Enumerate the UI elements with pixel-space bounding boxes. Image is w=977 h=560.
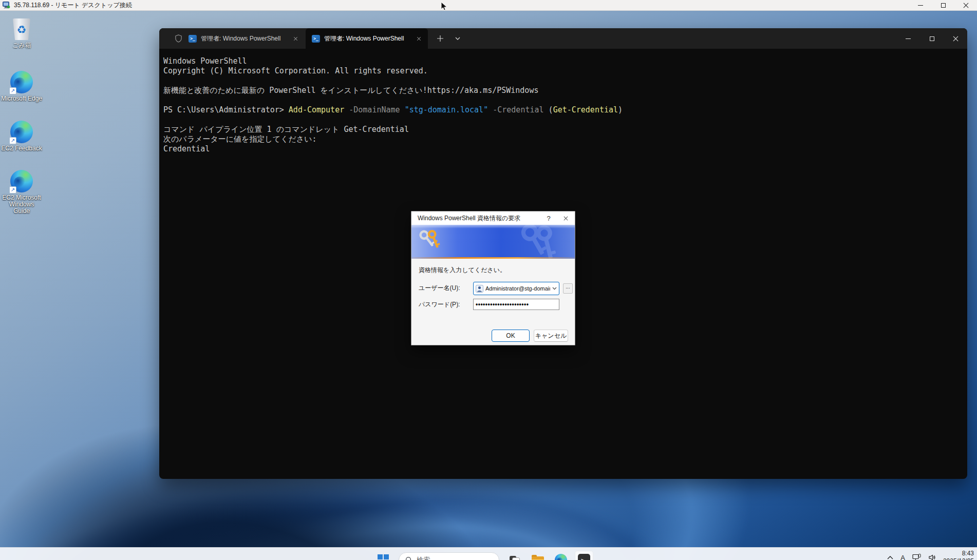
terminal-param-prompt-line: 次のパラメーターに値を指定してください: xyxy=(163,134,967,144)
ime-indicator[interactable]: A xyxy=(900,554,905,560)
terminal-line: Copyright (C) Microsoft Corporation. All… xyxy=(163,66,967,76)
rdp-window-title: 35.78.118.69 - リモート デスクトップ接続 xyxy=(14,1,132,10)
search-placeholder: 検索 xyxy=(417,555,430,560)
task-view-button[interactable] xyxy=(505,551,524,560)
keys-watermark-icon xyxy=(513,225,568,259)
edge-taskbar-button[interactable] xyxy=(552,551,570,560)
cancel-button[interactable]: キャンセル xyxy=(534,330,568,342)
terminal-param-name-line: Credential xyxy=(163,144,967,154)
desktop-icon-ec2-windows-guide[interactable]: EC2 Microsoft Windows Guide xyxy=(0,170,43,215)
edge-icon xyxy=(10,121,33,143)
terminal-command-line: PS C:\Users\Administrator> Add-Computer … xyxy=(163,105,967,115)
terminal-maximize-button[interactable] xyxy=(920,28,944,49)
admin-shield-icon xyxy=(175,34,182,43)
tab-close-icon[interactable] xyxy=(415,34,423,43)
taskbar: 検索 A 8:43 2025/12 xyxy=(0,547,977,560)
rdp-title-bar: 35.78.118.69 - リモート デスクトップ接続 xyxy=(0,0,977,11)
desktop-icon-label: ごみ箱 xyxy=(12,42,31,49)
user-avatar-icon xyxy=(476,285,483,293)
rdp-minimize-button[interactable] xyxy=(909,0,932,10)
terminal-tab-1[interactable]: 管理者: Windows PowerShell xyxy=(182,28,305,49)
desktop-icon-recycle-bin[interactable]: ごみ箱 xyxy=(0,18,43,49)
rdp-session-screen: 35.78.118.69 - リモート デスクトップ接続 ごみ箱 Microso… xyxy=(0,0,977,560)
edge-icon xyxy=(555,554,567,560)
prompt-text: PS C:\Users\Administrator> xyxy=(163,105,289,114)
start-button[interactable] xyxy=(374,551,392,560)
edge-icon xyxy=(10,170,33,192)
terminal-blank-line xyxy=(163,76,967,86)
shortcut-arrow-icon xyxy=(9,137,16,144)
credential-dialog: Windows PowerShell 資格情報の要求 ? xyxy=(411,211,575,345)
tab-title: 管理者: Windows PowerShell xyxy=(324,34,410,43)
desktop: ごみ箱 Microsoft Edge EC2 Feedback EC2 Micr… xyxy=(0,11,977,560)
rdp-close-button[interactable] xyxy=(954,0,977,10)
recycle-bin-icon xyxy=(13,18,30,40)
clock-date: 2025/12/05 xyxy=(943,557,974,560)
terminal-line: Windows PowerShell xyxy=(163,56,967,66)
file-explorer-button[interactable] xyxy=(529,551,547,560)
search-icon xyxy=(405,556,412,560)
taskbar-search[interactable]: 検索 xyxy=(399,552,499,560)
terminal-close-button[interactable] xyxy=(944,28,967,49)
terminal-tab-bar: 管理者: Windows PowerShell 管理者: Windows Pow… xyxy=(159,28,967,49)
taskbar-center-group: 検索 xyxy=(374,551,593,560)
paren-text: ) xyxy=(618,105,623,114)
desktop-icon-label: EC2 Feedback xyxy=(1,145,42,152)
keys-icon xyxy=(418,228,444,256)
terminal-pipeline-line: コマンド パイプライン位置 1 のコマンドレット Get-Credential xyxy=(163,125,967,134)
volume-icon[interactable] xyxy=(928,554,936,560)
tab-title: 管理者: Windows PowerShell xyxy=(201,34,287,43)
username-combobox[interactable]: Administrator@stg-domain xyxy=(473,282,559,295)
password-input[interactable]: •••••••••••••••••••••• xyxy=(473,299,559,310)
credential-instruction: 資格情報を入力してください。 xyxy=(419,266,506,275)
terminal-taskbar-button[interactable] xyxy=(575,551,593,560)
powershell-icon xyxy=(312,35,320,43)
system-tray: A 8:43 2025/12/05 xyxy=(887,550,974,560)
rdp-window-controls xyxy=(909,0,977,10)
password-masked-value: •••••••••••••••••••••• xyxy=(476,301,529,308)
password-label: パスワード(P): xyxy=(419,300,460,309)
taskbar-clock[interactable]: 8:43 2025/12/05 xyxy=(943,550,974,560)
dialog-close-button[interactable] xyxy=(556,211,575,225)
terminal-window-controls xyxy=(896,28,967,49)
tray-chevron-up-icon[interactable] xyxy=(887,556,893,559)
dialog-title-bar: Windows PowerShell 資格情報の要求 ? xyxy=(411,211,575,225)
dialog-help-button[interactable]: ? xyxy=(541,211,556,225)
desktop-icon-label: EC2 Microsoft Windows Guide xyxy=(0,195,43,215)
tab-dropdown-button[interactable] xyxy=(453,33,463,44)
dialog-buttons: OK キャンセル xyxy=(492,330,568,342)
mouse-cursor xyxy=(441,2,447,13)
network-icon[interactable] xyxy=(912,554,921,560)
windows-logo-icon xyxy=(378,554,389,560)
dialog-title: Windows PowerShell 資格情報の要求 xyxy=(418,214,541,223)
desktop-icon-microsoft-edge[interactable]: Microsoft Edge xyxy=(0,71,43,102)
desktop-icon-label: Microsoft Edge xyxy=(1,95,42,102)
ok-button[interactable]: OK xyxy=(492,330,530,342)
edge-icon xyxy=(10,71,33,93)
credential-banner xyxy=(411,225,575,259)
remote-desktop-icon xyxy=(3,2,10,9)
paren-text: ( xyxy=(549,105,553,114)
cmdlet-text: Get-Credential xyxy=(553,105,618,114)
shortcut-arrow-icon xyxy=(9,186,16,194)
terminal-minimize-button[interactable] xyxy=(896,28,920,49)
terminal-output[interactable]: Windows PowerShell Copyright (C) Microso… xyxy=(159,49,967,154)
combobox-dropdown-icon[interactable] xyxy=(552,287,557,290)
new-tab-button[interactable] xyxy=(435,33,445,44)
username-value: Administrator@stg-domain xyxy=(485,285,550,292)
desktop-icon-ec2-feedback[interactable]: EC2 Feedback xyxy=(0,121,43,152)
task-view-icon xyxy=(510,555,520,560)
string-arg-text: "stg-domain.local" xyxy=(405,105,488,114)
shortcut-arrow-icon xyxy=(9,87,16,94)
clock-time: 8:43 xyxy=(943,550,974,557)
tab-close-icon[interactable] xyxy=(291,34,299,43)
terminal-blank-line xyxy=(163,95,967,105)
terminal-update-notice: 新機能と改善のために最新の PowerShell をインストールしてください!h… xyxy=(163,86,967,95)
browse-users-button[interactable]: ... xyxy=(563,283,573,294)
folder-icon xyxy=(532,556,544,560)
dialog-body: 資格情報を入力してください。 ユーザー名(U): Administrator@s… xyxy=(411,259,575,346)
username-label: ユーザー名(U): xyxy=(419,284,460,293)
parameter-text: -Credential xyxy=(488,105,548,114)
rdp-restore-button[interactable] xyxy=(932,0,954,10)
terminal-tab-2-active[interactable]: 管理者: Windows PowerShell xyxy=(306,28,428,49)
